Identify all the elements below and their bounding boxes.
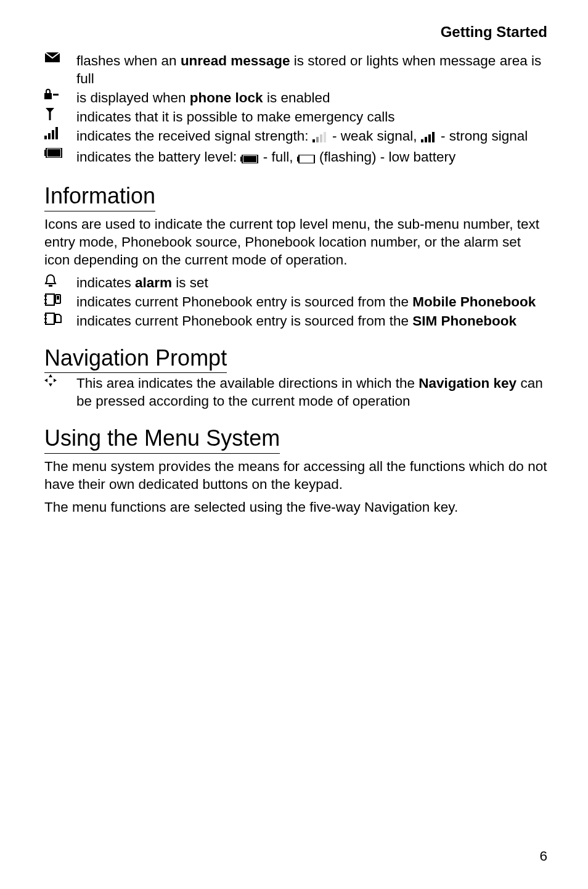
row-text: indicates current Phonebook entry is sou… [76, 293, 547, 311]
weak-signal-icon [312, 129, 329, 147]
icon-description-list: flashes when an unread message is stored… [44, 52, 547, 168]
row-emergency: indicates that it is possible to make em… [44, 108, 547, 126]
navigation-list: This area indicates the available direct… [44, 374, 547, 410]
row-alarm: indicates alarm is set [44, 274, 547, 292]
svg-rect-11 [320, 134, 322, 142]
svg-rect-4 [49, 112, 51, 120]
row-text: indicates alarm is set [76, 274, 547, 292]
svg-marker-39 [54, 379, 57, 382]
svg-rect-6 [48, 133, 51, 139]
svg-marker-36 [49, 374, 52, 377]
section-information-title: Information [44, 184, 547, 211]
sim-phonebook-icon [44, 312, 63, 326]
row-signal-strength: indicates the received signal strength: … [44, 127, 547, 147]
battery-icon [44, 148, 63, 158]
menu-para2: The menu functions are selected using th… [44, 498, 547, 516]
svg-rect-13 [421, 139, 423, 142]
nav-arrows-icon [44, 374, 63, 387]
mobile-phonebook-icon [44, 293, 63, 306]
svg-marker-37 [49, 383, 52, 387]
svg-marker-38 [44, 379, 47, 382]
information-list: indicates alarm is set indicates current… [44, 274, 547, 330]
strong-signal-icon [421, 129, 437, 147]
row-text: is displayed when phone lock is enabled [76, 89, 547, 107]
row-mobile-phonebook: indicates current Phonebook entry is sou… [44, 293, 547, 311]
envelope-icon [44, 52, 63, 63]
row-phone-lock: is displayed when phone lock is enabled [44, 89, 547, 107]
svg-rect-5 [44, 136, 47, 139]
menu-para1: The menu system provides the means for a… [44, 457, 547, 493]
svg-rect-22 [243, 156, 256, 162]
alarm-bell-icon [44, 274, 63, 287]
svg-rect-15 [428, 134, 431, 142]
section-navigation-title: Navigation Prompt [44, 346, 547, 374]
svg-rect-24 [299, 155, 314, 163]
row-text: This area indicates the available direct… [76, 374, 547, 410]
svg-rect-2 [53, 94, 59, 96]
svg-rect-1 [44, 93, 52, 99]
svg-rect-14 [425, 137, 427, 142]
page-number: 6 [539, 848, 547, 864]
row-battery: indicates the battery level: - full, (fl… [44, 148, 547, 168]
svg-rect-26 [46, 294, 54, 305]
battery-full-icon [240, 150, 259, 168]
lock-icon [44, 89, 63, 100]
section-menu-title: Using the Menu System [44, 426, 547, 454]
svg-rect-7 [52, 130, 54, 139]
row-text: indicates the battery level: - full, (fl… [76, 148, 547, 168]
row-text: flashes when an unread message is stored… [76, 52, 547, 88]
svg-rect-8 [55, 127, 58, 139]
svg-rect-19 [47, 149, 60, 157]
row-nav: This area indicates the available direct… [44, 374, 547, 410]
svg-rect-31 [57, 296, 59, 300]
svg-rect-32 [46, 313, 54, 324]
row-text: indicates the received signal strength: … [76, 127, 547, 147]
page-header: Getting Started [44, 23, 547, 41]
information-intro: Icons are used to indicate the current t… [44, 215, 547, 269]
row-sim-phonebook: indicates current Phonebook entry is sou… [44, 312, 547, 330]
signal-bars-icon [44, 127, 63, 139]
antenna-icon [44, 108, 63, 120]
row-unread-message: flashes when an unread message is stored… [44, 52, 547, 88]
svg-rect-25 [49, 285, 52, 287]
svg-rect-16 [432, 132, 435, 142]
battery-empty-icon [297, 150, 316, 168]
svg-rect-9 [312, 139, 315, 142]
row-text: indicates current Phonebook entry is sou… [76, 312, 547, 330]
svg-rect-12 [324, 132, 326, 142]
row-text: indicates that it is possible to make em… [76, 108, 547, 126]
svg-rect-10 [316, 137, 319, 142]
